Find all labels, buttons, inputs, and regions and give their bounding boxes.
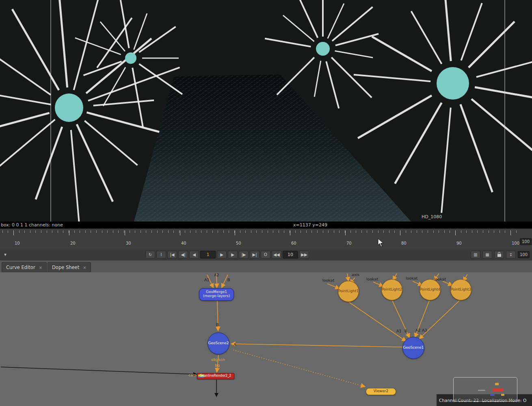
- node-viewer2[interactable]: Viewer2: [366, 388, 396, 395]
- ruler-major-tick: [180, 230, 180, 235]
- ruler-frame-label: 70: [346, 241, 352, 245]
- minimap-node: [495, 383, 499, 385]
- tab-close-icon[interactable]: ×: [83, 265, 86, 270]
- frame-increment-field[interactable]: 10: [283, 251, 298, 258]
- ruler-tick: [52, 230, 52, 233]
- node-geoscene1[interactable]: GeoScene1: [402, 337, 424, 359]
- ruler-tick: [229, 230, 229, 233]
- node-label: PointLight1: [338, 289, 359, 293]
- tab-label: Dope Sheet: [52, 265, 79, 270]
- current-frame-field[interactable]: 1: [200, 251, 216, 258]
- node-geomerge1[interactable]: GeoMerge1(merge-layers): [199, 288, 234, 301]
- ruler-tick: [417, 230, 417, 233]
- timeline-options-chevron[interactable]: ▾: [2, 251, 9, 258]
- ruler-frame-label: 10: [15, 241, 20, 245]
- ruler-major-tick: [290, 230, 290, 235]
- viewer-3d-canvas: [0, 0, 532, 221]
- ruler-tick: [516, 230, 517, 233]
- ruler-tick: [422, 230, 422, 233]
- next-keyframe-button[interactable]: |▶: [239, 251, 249, 258]
- goto-start-button[interactable]: |◀: [167, 251, 177, 258]
- tab-label: Curve Editor: [6, 265, 35, 270]
- ruler-tick: [350, 230, 351, 233]
- ruler-tick: [411, 230, 411, 233]
- ruler-tick: [135, 230, 135, 233]
- ruler-tick: [372, 230, 373, 233]
- play-forward-button[interactable]: ▶: [228, 251, 238, 258]
- ruler-tick: [472, 230, 472, 233]
- padlock-icon: [497, 254, 501, 257]
- minimap-node: [478, 390, 485, 391]
- ruler-major-tick: [13, 230, 14, 235]
- bbox-channels-info: box: 0 0 1 1 channels: none: [1, 222, 63, 228]
- timeline-panel[interactable]: 102030405060708090100 100: [0, 228, 532, 249]
- flipbook-icon[interactable]: ▥: [471, 251, 480, 258]
- range-end-field[interactable]: 100: [520, 238, 532, 245]
- ruler-tick: [279, 230, 279, 233]
- jump-forward-button[interactable]: ▶▶: [299, 251, 309, 258]
- ruler-frame-label: 30: [126, 241, 131, 245]
- ruler-tick: [273, 230, 273, 233]
- tab-dope-sheet[interactable]: Dope Sheet×: [48, 262, 91, 272]
- ruler-tick: [489, 230, 489, 233]
- ruler-tick: [19, 230, 19, 233]
- transport-controls: ↻I|◀◀|◀1▶▶|▶▶|O◀◀10▶▶: [145, 251, 309, 258]
- ruler-tick: [80, 230, 80, 233]
- goto-end-button[interactable]: ▶|: [250, 251, 260, 258]
- ruler-tick: [30, 230, 30, 233]
- ruler-tick: [8, 230, 8, 233]
- frame-ruler[interactable]: 102030405060708090100: [0, 229, 520, 249]
- prev-keyframe-button[interactable]: ◀|: [178, 251, 188, 258]
- ruler-major-tick: [235, 230, 235, 235]
- ruler-tick: [444, 230, 445, 233]
- ruler-tick: [212, 230, 213, 233]
- ruler-tick: [162, 230, 163, 233]
- render-range-icon[interactable]: ▦: [482, 251, 492, 258]
- node-pointlight1[interactable]: PointLight1: [338, 281, 359, 302]
- ruler-tick: [35, 230, 36, 233]
- flag-button[interactable]: O: [261, 251, 270, 258]
- dag-minimap[interactable]: [453, 377, 517, 402]
- ruler-tick: [301, 230, 301, 233]
- ruler-tick: [483, 230, 483, 233]
- range-end-field-2[interactable]: 100: [518, 251, 530, 258]
- lock-range-icon[interactable]: [494, 251, 504, 258]
- node-scanlinerender2_2[interactable]: ScanlineRender2_2: [197, 373, 234, 379]
- node-pointlight3[interactable]: PointLight3: [450, 279, 471, 300]
- step-forward-button[interactable]: ▶: [217, 251, 227, 258]
- ruler-tick: [185, 230, 185, 233]
- ruler-major-tick: [69, 230, 69, 235]
- ruler-tick: [102, 230, 102, 233]
- ruler-tick: [113, 230, 113, 233]
- save-icon[interactable]: ↧: [506, 251, 516, 258]
- ruler-tick: [218, 230, 218, 233]
- ruler-major-tick: [510, 230, 511, 235]
- ruler-tick: [295, 230, 296, 233]
- minimap-node: [493, 388, 503, 391]
- ruler-tick: [173, 230, 174, 233]
- node-label: GeoScene2: [208, 341, 229, 345]
- node-pointlight4[interactable]: PointLight4: [420, 279, 441, 300]
- node-geoscene2[interactable]: GeoScene2: [208, 332, 229, 354]
- node-graph-panel[interactable]: A1A2BBAobj/scnbgcamlookataxislookatlooka…: [0, 272, 532, 406]
- ruler-tick: [494, 230, 494, 233]
- frame-in-button[interactable]: I: [156, 251, 166, 258]
- ruler-tick: [311, 230, 312, 233]
- ruler-tick: [118, 230, 119, 233]
- ruler-tick: [151, 230, 152, 233]
- tab-curve-editor[interactable]: Curve Editor×: [2, 262, 47, 272]
- play-backward-button[interactable]: ◀: [189, 251, 199, 258]
- node-pointlight2[interactable]: PointLight2: [381, 279, 402, 300]
- viewer-toolbar-icons: ▥▦↧: [471, 251, 516, 258]
- ruler-tick: [190, 230, 190, 233]
- ruler-frame-label: 60: [291, 241, 296, 245]
- ruler-tick: [47, 230, 47, 233]
- ruler-tick: [58, 230, 58, 233]
- loop-mode-button[interactable]: ↻: [145, 251, 155, 258]
- viewer-3d-panel[interactable]: HD_1080: [0, 0, 532, 221]
- jump-back-button[interactable]: ◀◀: [272, 251, 281, 258]
- ruler-major-tick: [345, 230, 346, 235]
- ruler-tick: [74, 230, 75, 233]
- tab-close-icon[interactable]: ×: [39, 265, 42, 270]
- ruler-tick: [461, 230, 461, 233]
